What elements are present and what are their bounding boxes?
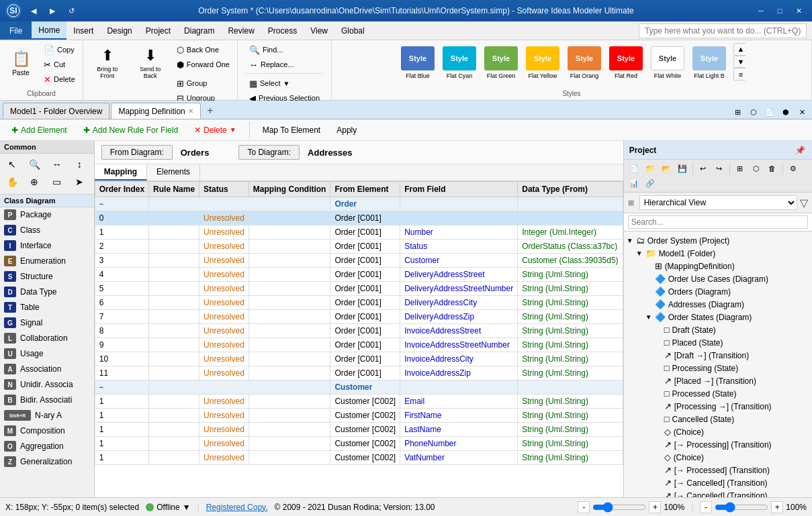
zoom-left-slider[interactable] bbox=[592, 502, 646, 513]
style-button-5[interactable]: StyleFlat Red bbox=[606, 43, 646, 83]
style-button-7[interactable]: StyleFlat Light B bbox=[689, 43, 729, 83]
table-row[interactable]: 8 Unresolved Order [C001] InvoiceAddress… bbox=[95, 324, 623, 338]
cd-item-aggregation[interactable]: OAggregation bbox=[0, 439, 94, 454]
tool-select[interactable]: ↖ bbox=[3, 156, 21, 172]
table-row[interactable]: − Order bbox=[95, 197, 623, 211]
cd-item-table[interactable]: TTable bbox=[0, 300, 94, 315]
pt-settings[interactable]: ⚙ bbox=[786, 162, 801, 175]
paste-button[interactable]: 📋 Paste bbox=[4, 43, 38, 83]
table-row[interactable]: − Customer bbox=[95, 380, 623, 395]
tree-item-15[interactable]: ◇(Choice) bbox=[624, 425, 812, 438]
tree-item-20[interactable]: ↗[→ Cancelled] (Transition) bbox=[624, 489, 812, 497]
table-row[interactable]: 6 Unresolved Order [C001] DeliveryAddres… bbox=[95, 296, 623, 310]
class-diagram-title[interactable]: Class Diagram bbox=[0, 195, 94, 207]
tree-item-14[interactable]: □Cancelled (State) bbox=[624, 413, 812, 425]
tree-item-11[interactable]: ↗[Placed →] (Transition) bbox=[624, 374, 812, 387]
table-row[interactable]: 1 Unresolved Customer [C002] VatNumber S… bbox=[95, 451, 623, 465]
zoom-right-slider[interactable] bbox=[715, 502, 768, 513]
cd-item-data-type[interactable]: DData Type bbox=[0, 285, 94, 300]
style-button-3[interactable]: StyleFlat Yellow bbox=[523, 43, 563, 83]
pt-folder[interactable]: 📁 bbox=[643, 162, 658, 175]
tree-item-6[interactable]: ▼🔷Order States (Diagram) bbox=[624, 311, 812, 323]
pt-duplicate[interactable]: ⬡ bbox=[749, 162, 764, 175]
tree-item-16[interactable]: ↗[→ Processing] (Transition) bbox=[624, 438, 812, 451]
cd-item-usage[interactable]: UUsage bbox=[0, 346, 94, 362]
tool-rect[interactable]: ▭ bbox=[48, 174, 66, 190]
close-button[interactable]: ✕ bbox=[791, 4, 807, 17]
cd-item-bidir.-associati[interactable]: BBidir. Associati bbox=[0, 393, 94, 408]
table-row[interactable]: 10 Unresolved Order [C001] InvoiceAddres… bbox=[95, 352, 623, 366]
style-button-1[interactable]: StyleFlat Cyan bbox=[439, 43, 480, 83]
tab-icon-4[interactable]: ⬢ bbox=[778, 105, 793, 119]
titlebar-nav-forward[interactable]: ▶ bbox=[44, 4, 60, 17]
menu-design[interactable]: Design bbox=[100, 21, 138, 40]
cd-item-package[interactable]: PPackage bbox=[0, 207, 94, 223]
table-row[interactable]: 1 Unresolved Customer [C002] LastName St… bbox=[95, 423, 623, 437]
back-one-button[interactable]: ⬡ Back One bbox=[173, 43, 233, 56]
tree-item-3[interactable]: 🔷Order Use Cases (Diagram) bbox=[624, 272, 812, 285]
row-expand[interactable]: − bbox=[95, 380, 148, 395]
menu-review[interactable]: Review bbox=[221, 21, 261, 40]
pt-link[interactable]: 🔗 bbox=[643, 176, 658, 190]
apply-button[interactable]: Apply bbox=[330, 123, 363, 138]
pt-chart[interactable]: 📊 bbox=[627, 176, 641, 190]
table-row[interactable]: 4 Unresolved Order [C001] DeliveryAddres… bbox=[95, 268, 623, 282]
style-button-6[interactable]: StyleFlat White bbox=[647, 43, 688, 83]
row-expand[interactable]: − bbox=[95, 197, 148, 211]
table-row[interactable]: 1 Unresolved Customer [C002] Email Strin… bbox=[95, 395, 623, 409]
tree-item-8[interactable]: □Placed (State) bbox=[624, 336, 812, 349]
cd-item-composition[interactable]: MComposition bbox=[0, 423, 94, 439]
send-to-back-button[interactable]: ⬇ Send to Back bbox=[130, 43, 171, 83]
pt-redo[interactable]: ↪ bbox=[712, 162, 727, 175]
zoom-right-plus[interactable]: + bbox=[771, 501, 783, 513]
tool-arrow[interactable]: ➤ bbox=[70, 174, 89, 190]
pt-new[interactable]: 📄 bbox=[627, 162, 641, 175]
project-tree[interactable]: ▼🗂Order System (Project)▼📁Model1 (Folder… bbox=[624, 231, 812, 497]
tree-item-13[interactable]: ↗[Processing →] (Transition) bbox=[624, 400, 812, 413]
mapping-tab-mapping[interactable]: Mapping bbox=[95, 164, 147, 180]
to-diagram-button[interactable]: To Diagram: bbox=[238, 145, 300, 160]
zoom-left-plus[interactable]: + bbox=[649, 501, 661, 513]
tree-item-7[interactable]: □Draft (State) bbox=[624, 323, 812, 336]
style-scroll-up[interactable]: ▲ bbox=[733, 43, 746, 56]
menu-view[interactable]: View bbox=[304, 21, 334, 40]
tab-mapping[interactable]: Mapping Definition ✕ bbox=[111, 103, 200, 119]
menu-insert[interactable]: Insert bbox=[66, 21, 100, 40]
menu-file[interactable]: File bbox=[0, 21, 32, 40]
tab-icon-3[interactable]: 📄 bbox=[762, 105, 777, 119]
style-scroll-down[interactable]: ▼ bbox=[733, 56, 746, 68]
bring-to-front-button[interactable]: ⬆ Bring to Front bbox=[87, 43, 128, 83]
tab-icon-2[interactable]: ⬡ bbox=[746, 105, 761, 119]
menu-process[interactable]: Process bbox=[261, 21, 304, 40]
tree-item-12[interactable]: □Processed (State) bbox=[624, 387, 812, 400]
add-rule-button[interactable]: ✚ Add New Rule For Field bbox=[77, 123, 184, 138]
table-row[interactable]: 1 Unresolved Customer [C002] PhoneNumber… bbox=[95, 437, 623, 451]
tree-item-9[interactable]: ↗[Draft →] (Transition) bbox=[624, 349, 812, 362]
tool-pan-v[interactable]: ↕ bbox=[70, 156, 89, 172]
titlebar-reload[interactable]: ↺ bbox=[63, 4, 79, 17]
copy-button[interactable]: 📄 Copy bbox=[40, 43, 79, 56]
registration-link[interactable]: Registered Copy. bbox=[206, 503, 268, 512]
minimize-button[interactable]: ─ bbox=[753, 4, 769, 17]
titlebar-nav-back[interactable]: ◀ bbox=[26, 4, 42, 17]
tool-zoom[interactable]: 🔍 bbox=[25, 156, 44, 172]
style-button-2[interactable]: StyleFlat Green bbox=[481, 43, 521, 83]
cd-item-interface[interactable]: IInterface bbox=[0, 238, 94, 254]
style-button-4[interactable]: StyleFlat Orang bbox=[564, 43, 604, 83]
forward-one-button[interactable]: ⬢ Forward One bbox=[173, 58, 233, 71]
tree-item-2[interactable]: ⊞(MappingDefinition) bbox=[624, 260, 812, 272]
pt-delete[interactable]: 🗑 bbox=[765, 162, 780, 175]
project-search-input[interactable] bbox=[628, 215, 808, 229]
pt-add-diagram[interactable]: ⊞ bbox=[733, 162, 748, 175]
mapping-table-container[interactable]: Order Index Rule Name Status Mapping Con… bbox=[95, 181, 623, 497]
cd-item-enumeration[interactable]: EEnumeration bbox=[0, 254, 94, 269]
tab-model1[interactable]: Model1 - Folder Overview bbox=[3, 103, 109, 119]
tree-arrow-0[interactable]: ▼ bbox=[627, 237, 636, 244]
filter-button[interactable]: ▽ bbox=[800, 197, 808, 209]
table-row[interactable]: 5 Unresolved Order [C001] DeliveryAddres… bbox=[95, 282, 623, 296]
pt-undo[interactable]: ↩ bbox=[696, 162, 711, 175]
find-button[interactable]: 🔍 Find... bbox=[246, 43, 323, 56]
pt-open[interactable]: 📂 bbox=[659, 162, 674, 175]
pin-icon[interactable]: 📌 bbox=[793, 144, 807, 157]
add-tab-button[interactable]: + bbox=[202, 103, 218, 119]
